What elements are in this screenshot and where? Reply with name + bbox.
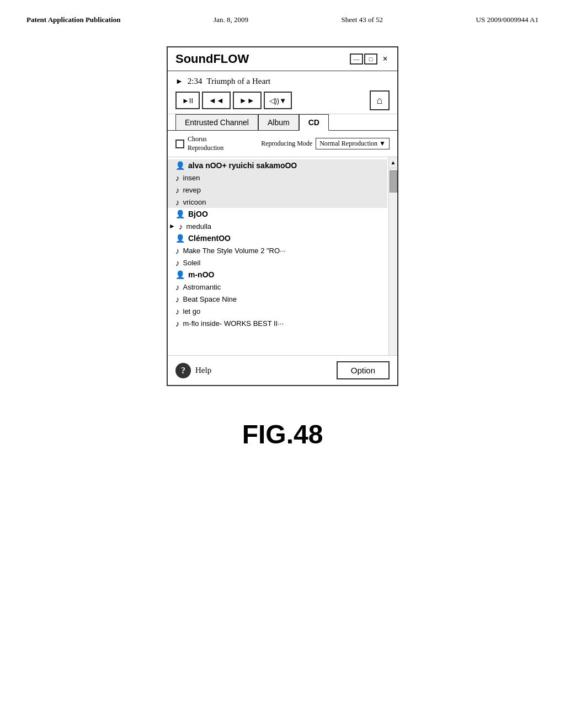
tabs-row: Entrusted Channel Album CD: [175, 114, 390, 130]
scrollbar[interactable]: ▲: [388, 157, 397, 355]
track-label: vricoon: [183, 198, 206, 206]
track-label: insen: [183, 174, 200, 182]
scroll-up-button[interactable]: ▲: [389, 157, 398, 168]
chorus-label: Chorus: [188, 135, 223, 144]
app-title: SoundFLOW: [175, 52, 249, 66]
track-label: ClémentOO: [188, 234, 231, 243]
patent-number: US 2009/0009944 A1: [476, 15, 539, 24]
title-bar: SoundFLOW — □ ×: [168, 47, 397, 71]
track-label: Beat Space Nine: [183, 295, 237, 303]
list-item[interactable]: 👤 m-nOO: [168, 269, 387, 281]
list-item[interactable]: 👤 ClémentOO: [168, 232, 387, 244]
list-item[interactable]: ♪ let go: [168, 305, 387, 317]
list-item[interactable]: 👤 BjOO: [168, 208, 387, 220]
options-row: Chorus Reproduction Reproducing Mode Nor…: [168, 131, 397, 157]
figure-caption: FIG.48: [242, 419, 323, 449]
album-icon: ♪: [175, 173, 180, 183]
mode-area: Reproducing Mode Normal Reproduction ▼: [261, 138, 390, 149]
album-icon: ♪: [175, 319, 180, 328]
option-button[interactable]: Option: [337, 361, 390, 379]
track-title: Triumph of a Heart: [207, 77, 271, 86]
track-label: m-nOO: [188, 270, 214, 279]
artist-icon: 👤: [175, 234, 185, 243]
track-label: let go: [183, 307, 201, 315]
collapse-button[interactable]: ⌂: [370, 90, 390, 110]
tab-album[interactable]: Album: [258, 114, 299, 130]
track-label: Astromantic: [183, 283, 221, 291]
album-icon: ♪: [175, 197, 180, 207]
sheet-label: Sheet 43 of 52: [342, 15, 383, 24]
album-icon: ♪: [175, 307, 180, 316]
album-icon: ♪: [179, 222, 183, 231]
tabs-section: Entrusted Channel Album CD: [168, 114, 397, 131]
list-item[interactable]: ♪ revep: [168, 184, 387, 196]
transport-controls: ►II ◄◄ ►► ◁))▼ ⌂: [175, 90, 390, 110]
list-item[interactable]: ► ♪ medulla: [168, 220, 387, 232]
list-item[interactable]: ♪ Beat Space Nine: [168, 293, 387, 305]
main-content: SoundFLOW — □ × ► 2:34 Triumph of a Hear…: [0, 24, 565, 449]
list-item[interactable]: ♪ Make The Style Volume 2 "RO···: [168, 244, 387, 256]
track-label: BjOO: [188, 210, 208, 218]
prev-button[interactable]: ◄◄: [202, 92, 231, 109]
tab-entrusted-channel[interactable]: Entrusted Channel: [175, 114, 258, 130]
list-item[interactable]: ♪ m-flo inside- WORKS BEST II···: [168, 317, 387, 329]
page-header: Patent Application Publication Jan. 8, 2…: [0, 0, 565, 24]
checkbox-area: Chorus Reproduction: [175, 135, 223, 152]
artist-icon: 👤: [175, 270, 185, 279]
scroll-thumb[interactable]: [390, 170, 397, 192]
artist-icon: 👤: [175, 210, 185, 218]
track-label: alva nOO+ ryuichi sakamoOO: [188, 161, 297, 170]
album-icon: ♪: [175, 282, 180, 292]
mode-value: Normal Reproduction ▼: [319, 140, 386, 148]
list-item[interactable]: 👤 alva nOO+ ryuichi sakamoOO: [168, 159, 387, 172]
help-icon[interactable]: ?: [175, 363, 191, 378]
app-window: SoundFLOW — □ × ► 2:34 Triumph of a Hear…: [167, 46, 398, 386]
minimize-button[interactable]: —: [350, 53, 363, 65]
artist-icon: 👤: [175, 161, 185, 170]
playing-indicator-icon: ►: [175, 77, 183, 86]
track-time: 2:34: [188, 77, 202, 86]
track-list-inner: 👤 alva nOO+ ryuichi sakamoOO ♪ insen ♪ r…: [168, 157, 397, 331]
mode-select[interactable]: Normal Reproduction ▼: [316, 138, 390, 149]
volume-button[interactable]: ◁))▼: [264, 92, 292, 109]
playing-arrow-icon: ►: [169, 222, 175, 230]
chorus-checkbox[interactable]: [175, 140, 184, 148]
album-icon: ♪: [175, 295, 180, 304]
track-label: Soleil: [183, 259, 201, 267]
checkbox-labels: Chorus Reproduction: [188, 135, 223, 152]
date-label: Jan. 8, 2009: [214, 15, 248, 24]
next-button[interactable]: ►►: [233, 92, 262, 109]
controls-left-group: ►II ◄◄ ►► ◁))▼: [175, 92, 292, 109]
album-icon: ♪: [175, 185, 180, 195]
album-icon: ♪: [175, 258, 180, 267]
list-item[interactable]: ♪ insen: [168, 172, 387, 184]
mode-label: Reproducing Mode: [261, 140, 312, 148]
play-pause-button[interactable]: ►II: [175, 92, 200, 109]
close-button[interactable]: ×: [379, 53, 392, 65]
footer: ? Help Option: [168, 356, 397, 385]
album-icon: ♪: [175, 246, 180, 255]
list-item[interactable]: ♪ Soleil: [168, 256, 387, 269]
list-item[interactable]: ♪ vricoon: [168, 196, 387, 208]
maximize-button[interactable]: □: [364, 53, 377, 65]
list-item[interactable]: ♪ Astromantic: [168, 281, 387, 293]
publication-label: Patent Application Publication: [26, 15, 120, 24]
tab-cd[interactable]: CD: [299, 114, 329, 131]
track-label: revep: [183, 186, 201, 194]
reproduction-label: Reproduction: [188, 144, 223, 153]
window-controls: — □ ×: [350, 53, 392, 65]
track-label: m-flo inside- WORKS BEST II···: [183, 319, 284, 328]
help-area[interactable]: ? Help: [175, 363, 211, 378]
help-label: Help: [195, 366, 211, 375]
now-playing-track: ► 2:34 Triumph of a Heart: [175, 77, 390, 86]
track-label: Make The Style Volume 2 "RO···: [183, 247, 286, 255]
track-list: 👤 alva nOO+ ryuichi sakamoOO ♪ insen ♪ r…: [168, 157, 397, 356]
now-playing-section: ► 2:34 Triumph of a Heart ►II ◄◄ ►► ◁))▼…: [168, 71, 397, 114]
track-label: medulla: [186, 222, 212, 231]
